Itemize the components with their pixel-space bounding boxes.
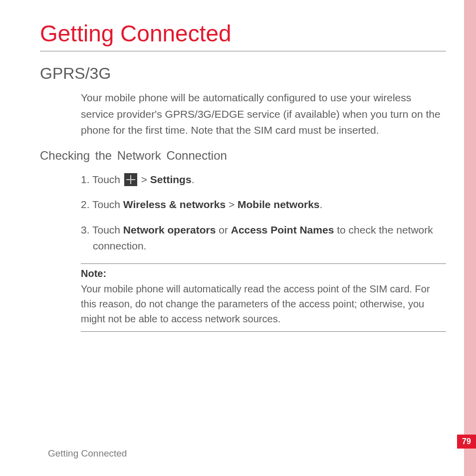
step-2-suffix: . (320, 199, 323, 210)
section-title: GPRS/3G (40, 64, 446, 83)
step-1-mid: > (138, 174, 150, 185)
note-text: Your mobile phone will automatically rea… (81, 281, 446, 326)
step-1-suffix: . (192, 174, 195, 185)
step-3-b2: Access Point Names (231, 224, 334, 236)
step-3: 3. Touch Network operators or Access Poi… (81, 222, 446, 254)
step-1: 1. Touch > Settings. (81, 172, 446, 188)
step-2-b2: Mobile networks (238, 199, 320, 210)
step-2: 2. Touch Wireless & networks > Mobile ne… (81, 197, 446, 213)
step-2-b1: Wireless & networks (123, 199, 226, 210)
note-block: Note: Your mobile phone will automatical… (81, 263, 446, 332)
step-2-prefix: 2. Touch (81, 199, 123, 210)
chapter-title: Getting Connected (40, 20, 446, 51)
step-2-mid: > (226, 199, 238, 210)
footer-label: Getting Connected (48, 448, 127, 459)
apps-grid-icon (124, 173, 137, 186)
subsection-title: Checking the Network Connection (40, 149, 446, 163)
step-1-bold: Settings (150, 174, 192, 185)
step-3-b1: Network operators (123, 224, 216, 236)
step-3-prefix: 3. Touch (81, 224, 123, 236)
page-number: 79 (457, 435, 476, 449)
note-label: Note: (81, 268, 446, 279)
step-3-mid: or (216, 224, 231, 236)
step-list: 1. Touch > Settings. 2. Touch Wireless &… (81, 172, 446, 254)
side-tab (464, 0, 476, 476)
page-content: Getting Connected GPRS/3G Your mobile ph… (40, 20, 446, 332)
section-intro: Your mobile phone will be automatically … (81, 90, 446, 139)
step-1-prefix: 1. Touch (81, 174, 123, 185)
